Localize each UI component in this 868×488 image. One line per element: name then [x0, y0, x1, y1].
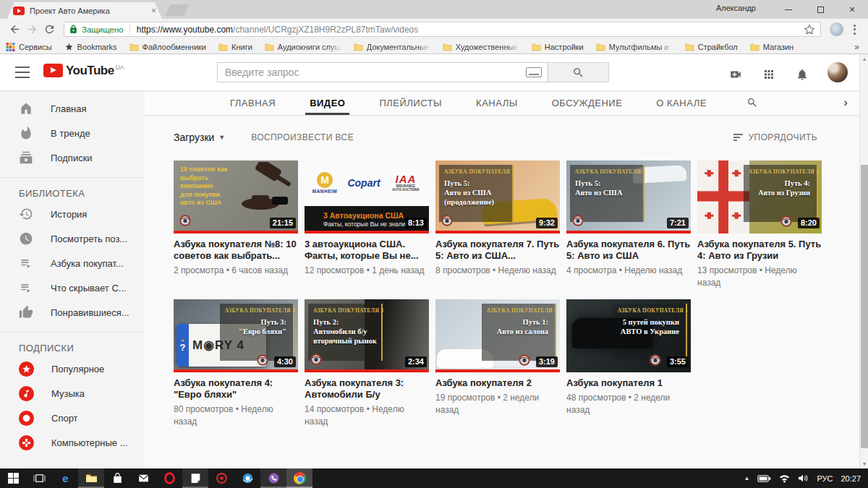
- scrollbar-thumb[interactable]: [861, 165, 868, 448]
- new-tab-button[interactable]: [165, 4, 189, 16]
- keyboard-icon[interactable]: [526, 67, 542, 77]
- bookmark-item[interactable]: Магазин: [750, 43, 793, 51]
- video-thumbnail[interactable]: 10 советов каквыбратькомпаниюдля покупки…: [174, 160, 298, 234]
- back-button[interactable]: [6, 21, 23, 38]
- video-title[interactable]: Азбука покупателя 4: "Евро бляхи": [174, 377, 298, 401]
- video-title[interactable]: 3 автоаукциона США. Факты, которые Вы не…: [305, 239, 429, 262]
- video-thumbnail[interactable]: АЗБУКА ПОКУПАТЕЛЯ 5Путь 4:Авто из Грузии…: [697, 160, 822, 234]
- video-title[interactable]: Азбука покупателя №8: 10 советов как выб…: [174, 239, 298, 262]
- channel-search-button[interactable]: [746, 90, 758, 115]
- sort-button[interactable]: УПОРЯДОЧИТЬ: [733, 132, 817, 142]
- search-input[interactable]: [218, 67, 526, 78]
- tab-close-icon[interactable]: ×: [151, 6, 156, 16]
- channel-tab-о-канале[interactable]: О КАНАЛЕ: [656, 90, 707, 115]
- play-all-button[interactable]: ВОСПРОИЗВЕСТИ ВСЕ: [251, 132, 354, 142]
- youtube-logo[interactable]: YouTube UA: [43, 64, 124, 77]
- battery-icon[interactable]: [757, 474, 771, 483]
- user-avatar[interactable]: [827, 62, 848, 82]
- extension-icon[interactable]: [830, 22, 843, 36]
- taskbar-blue-app-button[interactable]: [234, 468, 260, 488]
- refresh-button[interactable]: [41, 21, 58, 38]
- video-thumbnail[interactable]: АЗБУКА ПОКУПАТЕЛЯ 15 путей покупкиАВТО в…: [566, 299, 691, 372]
- video-title[interactable]: Азбука покупателя 5. Путь 4: Авто из Гру…: [697, 239, 822, 262]
- sidebar-item-thumbs-up[interactable]: Понравившиеся...: [0, 300, 145, 325]
- taskbar-edge-button[interactable]: e: [52, 468, 78, 488]
- taskbar-opera-button[interactable]: [156, 468, 182, 488]
- search-button[interactable]: [548, 62, 609, 82]
- video-thumbnail[interactable]: АЗБУКА ПОКУПАТЕЛЯ 7Путь 5:Авто из США(пр…: [435, 160, 560, 234]
- sidebar-item-watch-later[interactable]: Посмотреть поз...: [0, 226, 145, 251]
- video-title[interactable]: Азбука покупателя 6. Путь 5: Авто из США: [566, 239, 691, 262]
- sidebar-item-channel-games[interactable]: Компьютерные ...: [0, 430, 145, 455]
- browser-tab[interactable]: Проект Авто Америка ×: [7, 2, 162, 19]
- bookmark-item[interactable]: Художественные ф: [443, 43, 519, 51]
- video-thumbnail[interactable]: ✶?M◉RY 4АЗБУКА ПОКУПАТЕЛЯ 4Путь 3:"Евро …: [174, 299, 298, 372]
- video-title[interactable]: Азбука покупателя 2: [435, 377, 560, 389]
- sidebar-item-label: Подписки: [51, 153, 93, 163]
- bookmark-item[interactable]: Аудиокниги слушат: [265, 43, 341, 51]
- bookmark-item[interactable]: Страйкбол: [685, 43, 738, 51]
- sidebar-item-channel-sport[interactable]: Спорт: [0, 406, 145, 430]
- video-thumbnail[interactable]: MMANHEIMCopartIAAINSURANCEAUTO AUCTIONS3…: [305, 160, 429, 234]
- bookmark-item[interactable]: Сервисы: [6, 43, 52, 51]
- taskbar-explorer-button[interactable]: [78, 468, 104, 488]
- sidebar-item-trending[interactable]: В тренде: [0, 121, 145, 145]
- notifications-bell-icon[interactable]: [794, 68, 810, 81]
- sidebar-item-history[interactable]: История: [0, 202, 145, 226]
- taskbar-chrome-button[interactable]: [286, 468, 312, 488]
- taskbar-notes-button[interactable]: [182, 468, 208, 488]
- guide-menu-button[interactable]: [15, 67, 30, 78]
- apps-grid-icon[interactable]: [761, 68, 777, 81]
- video-title[interactable]: Азбука покупателя 1: [566, 377, 691, 389]
- channel-tab-главная[interactable]: ГЛАВНАЯ: [230, 90, 276, 115]
- bookmark-item[interactable]: Файлообменники: [129, 43, 206, 51]
- channel-tab-видео[interactable]: ВИДЕО: [310, 90, 345, 115]
- page-scrollbar[interactable]: ▲ ▼: [859, 54, 868, 468]
- bookmarks-overflow-chevron[interactable]: »: [854, 42, 862, 52]
- taskbar-mail-button[interactable]: [130, 468, 156, 488]
- sidebar-item-channel-star[interactable]: Популярное: [0, 356, 145, 381]
- bookmark-item[interactable]: Мультфильмы и хо: [596, 43, 673, 51]
- hidden-icons-arrow[interactable]: ▲: [744, 475, 750, 481]
- taskbar-start-button[interactable]: [0, 468, 26, 488]
- video-thumbnail[interactable]: АЗБУКА ПОКУПАТЕЛЯ 6Путь 5:Авто из США7:2…: [566, 160, 691, 234]
- clock[interactable]: 20:27: [841, 474, 861, 483]
- sidebar-item-channel-music[interactable]: Музыка: [0, 381, 145, 406]
- uploads-dropdown[interactable]: Загрузки ▼: [174, 132, 225, 143]
- bookmark-item[interactable]: Настройки: [532, 43, 584, 51]
- sidebar-item-playlist[interactable]: Что скрывает С...: [0, 275, 145, 300]
- taskbar-store-button[interactable]: [104, 468, 130, 488]
- bookmark-item[interactable]: Bookmarks: [64, 43, 117, 51]
- upload-video-icon[interactable]: [728, 68, 744, 81]
- scrollbar-down-arrow[interactable]: ▼: [860, 459, 868, 468]
- video-title[interactable]: Азбука покупателя 7. Путь 5: Авто из США…: [435, 239, 560, 262]
- chrome-menu-button[interactable]: [848, 25, 861, 35]
- bookmark-item[interactable]: Книги: [218, 43, 252, 51]
- sidebar-item-playlist[interactable]: Азбука покупат...: [0, 251, 145, 275]
- sidebar-item-home[interactable]: Главная: [0, 96, 145, 121]
- window-minimize-button[interactable]: [773, 0, 804, 19]
- channel-tab-плейлисты[interactable]: ПЛЕЙЛИСТЫ: [379, 90, 442, 115]
- sidebar-item-subscriptions[interactable]: Подписки: [0, 145, 145, 170]
- scrollbar-up-arrow[interactable]: ▲: [860, 54, 868, 64]
- forward-button[interactable]: [23, 21, 41, 38]
- bookmark-item[interactable]: Документальные ф: [354, 43, 430, 51]
- taskbar-red-app-button[interactable]: [208, 468, 234, 488]
- speaker-icon[interactable]: [798, 474, 809, 483]
- chrome-profile-name[interactable]: Александр: [716, 4, 756, 12]
- window-close-button[interactable]: ×: [836, 0, 868, 19]
- taskbar-task-view-button[interactable]: [26, 468, 52, 488]
- taskbar-viber-button[interactable]: [260, 468, 286, 488]
- language-indicator[interactable]: РУС: [817, 474, 833, 483]
- video-thumbnail[interactable]: АЗБУКА ПОКУПАТЕЛЯ 2Путь 1:Авто из салона…: [435, 299, 560, 372]
- channel-tab-обсуждение[interactable]: ОБСУЖДЕНИЕ: [552, 90, 623, 115]
- video-thumbnail[interactable]: АЗБУКА ПОКУПАТЕЛЯ 3Путь 2:Автомобили б/у…: [305, 299, 429, 372]
- bookmark-star-icon[interactable]: [803, 23, 816, 36]
- watched-progress-bar: [305, 231, 429, 234]
- wifi-icon[interactable]: [779, 474, 790, 483]
- window-maximize-button[interactable]: [804, 0, 836, 19]
- address-bar[interactable]: Защищено https://www.youtube.com/channel…: [64, 22, 821, 37]
- video-title[interactable]: Азбука покупателя 3: Автомобили Б/у втор…: [305, 377, 429, 401]
- channel-tab-каналы[interactable]: КАНАЛЫ: [476, 90, 518, 115]
- tabs-scroll-right-chevron[interactable]: ›: [843, 90, 848, 115]
